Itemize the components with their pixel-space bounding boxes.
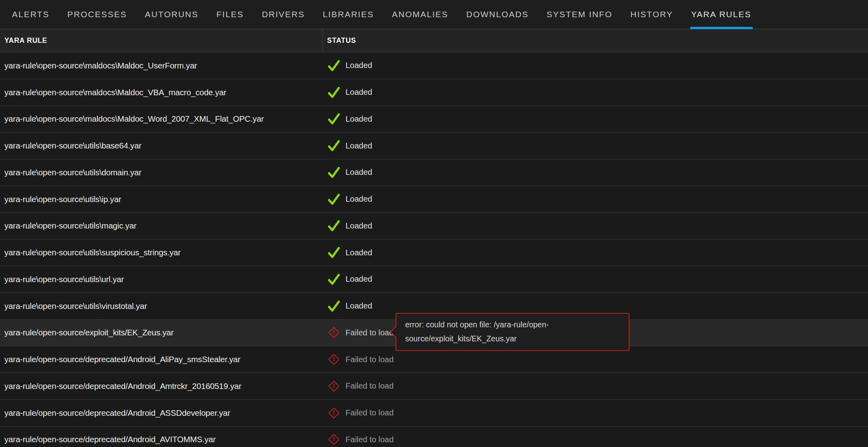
status-cell: Loaded <box>323 159 868 186</box>
tab-system-info[interactable]: SYSTEM INFO <box>547 0 612 29</box>
check-icon <box>327 86 341 99</box>
tab-history[interactable]: HISTORY <box>631 0 673 29</box>
status-cell: Loaded <box>323 213 868 239</box>
yara-rule-path: yara-rule/open-source/exploit_kits/EK_Ze… <box>0 320 323 346</box>
table-row[interactable]: yara-rule/open-source/deprecated/Android… <box>0 399 868 426</box>
status-label: Loaded <box>346 194 372 204</box>
tab-anomalies[interactable]: ANOMALIES <box>392 0 448 29</box>
check-icon <box>327 166 341 179</box>
active-tab-indicator <box>690 27 753 29</box>
status-label: Failed to load <box>346 435 394 444</box>
status-cell: Loaded <box>323 186 868 212</box>
status-cell: Loaded <box>323 266 868 293</box>
tab-drivers[interactable]: DRIVERS <box>262 0 305 29</box>
status-cell: Loaded <box>323 239 868 266</box>
table-row[interactable]: yara-rule\open-source\maldocs\Maldoc_Wor… <box>0 106 868 132</box>
status-label: Loaded <box>346 61 372 70</box>
table-row[interactable]: yara-rule\open-source\utils\magic.yar Lo… <box>0 212 868 239</box>
status-label: Loaded <box>346 141 372 150</box>
status-label: Failed to load <box>346 328 394 337</box>
yara-rule-path: yara-rule\open-source\utils\domain.yar <box>0 159 323 186</box>
status-cell: Failed to load <box>323 373 868 399</box>
tab-downloads[interactable]: DOWNLOADS <box>466 0 529 29</box>
error-diamond-icon <box>327 433 341 446</box>
tab-alerts[interactable]: ALERTS <box>12 0 49 29</box>
tab-autoruns[interactable]: AUTORUNS <box>145 0 198 29</box>
check-icon <box>327 219 341 233</box>
error-diamond-icon <box>327 379 341 393</box>
status-label: Failed to load <box>346 355 394 364</box>
status-label: Loaded <box>346 275 372 284</box>
check-icon <box>327 246 341 259</box>
yara-rule-path: yara-rule\open-source\utils\suspicious_s… <box>0 239 323 266</box>
yara-rule-path: yara-rule\open-source\maldocs\Maldoc_Wor… <box>0 106 323 132</box>
column-header-yara-rule: YARA RULE <box>0 29 323 52</box>
check-icon <box>327 59 341 72</box>
check-icon <box>327 273 341 286</box>
check-icon <box>327 139 341 152</box>
table-row[interactable]: yara-rule\open-source\maldocs\Maldoc_VBA… <box>0 79 868 106</box>
table-row[interactable]: yara-rule\open-source\utils\base64.yar L… <box>0 132 868 159</box>
status-cell: Loaded <box>323 106 868 132</box>
tab-files[interactable]: FILES <box>217 0 244 29</box>
tab-yara-rules[interactable]: YARA RULES <box>691 0 751 29</box>
table-row[interactable]: yara-rule\open-source\maldocs\Maldoc_Use… <box>0 52 868 79</box>
tooltip-text-line2: source/exploit_kits/EK_Zeus.yar <box>405 332 621 346</box>
check-icon <box>327 112 341 126</box>
status-label: Loaded <box>346 168 372 177</box>
yara-rules-screen: ALERTS PROCESSES AUTORUNS FILES DRIVERS … <box>0 0 868 447</box>
status-cell: Loaded <box>323 79 868 106</box>
tab-processes[interactable]: PROCESSES <box>67 0 127 29</box>
status-label: Loaded <box>346 248 372 257</box>
table-row[interactable]: yara-rule\open-source\utils\url.yar Load… <box>0 266 868 293</box>
check-icon <box>327 192 341 206</box>
table-row[interactable]: yara-rule/open-source/deprecated/Android… <box>0 373 868 399</box>
yara-rule-path: yara-rule\open-source\utils\ip.yar <box>0 186 323 212</box>
error-tooltip: error: could not open file: /yara-rule/o… <box>396 313 629 351</box>
yara-rule-path: yara-rule/open-source/deprecated/Android… <box>0 400 323 426</box>
table-row[interactable]: yara-rule/open-source/deprecated/Android… <box>0 426 868 447</box>
check-icon <box>327 299 341 313</box>
status-label: Failed to load <box>346 408 394 417</box>
table-row[interactable]: yara-rule\open-source\utils\ip.yar Loade… <box>0 186 868 212</box>
status-label: Loaded <box>346 88 372 97</box>
status-cell: Loaded <box>323 132 868 159</box>
error-diamond-icon <box>327 353 341 366</box>
yara-rule-path: yara-rule\open-source\utils\virustotal.y… <box>0 293 323 319</box>
status-label: Loaded <box>346 301 372 311</box>
yara-rule-path: yara-rule\open-source\utils\magic.yar <box>0 213 323 239</box>
yara-rule-path: yara-rule/open-source/deprecated/Android… <box>0 346 323 373</box>
error-diamond-icon <box>327 406 341 420</box>
status-label: Loaded <box>346 114 372 124</box>
error-diamond-icon <box>327 326 341 339</box>
tab-libraries[interactable]: LIBRARIES <box>323 0 374 29</box>
tooltip-text-line1: error: could not open file: /yara-rule/o… <box>405 318 621 332</box>
status-cell: Loaded <box>323 52 868 79</box>
yara-rule-path: yara-rule\open-source\maldocs\Maldoc_Use… <box>0 52 323 79</box>
column-header-status: STATUS <box>323 29 868 52</box>
table-row[interactable]: yara-rule\open-source\utils\domain.yar L… <box>0 159 868 186</box>
yara-rule-path: yara-rule\open-source\maldocs\Maldoc_VBA… <box>0 79 323 106</box>
top-nav: ALERTS PROCESSES AUTORUNS FILES DRIVERS … <box>0 0 868 29</box>
yara-rule-path: yara-rule\open-source\utils\base64.yar <box>0 132 323 159</box>
table-header: YARA RULE STATUS <box>0 29 868 52</box>
status-label: Failed to load <box>346 381 394 391</box>
yara-rule-path: yara-rule/open-source/deprecated/Android… <box>0 427 323 447</box>
status-label: Loaded <box>346 221 372 231</box>
status-cell: Failed to load <box>323 427 868 447</box>
status-cell: Failed to load <box>323 400 868 426</box>
yara-rule-path: yara-rule\open-source\utils\url.yar <box>0 266 323 293</box>
yara-rule-path: yara-rule/open-source/deprecated/Android… <box>0 373 323 399</box>
table-row[interactable]: yara-rule\open-source\utils\suspicious_s… <box>0 239 868 266</box>
